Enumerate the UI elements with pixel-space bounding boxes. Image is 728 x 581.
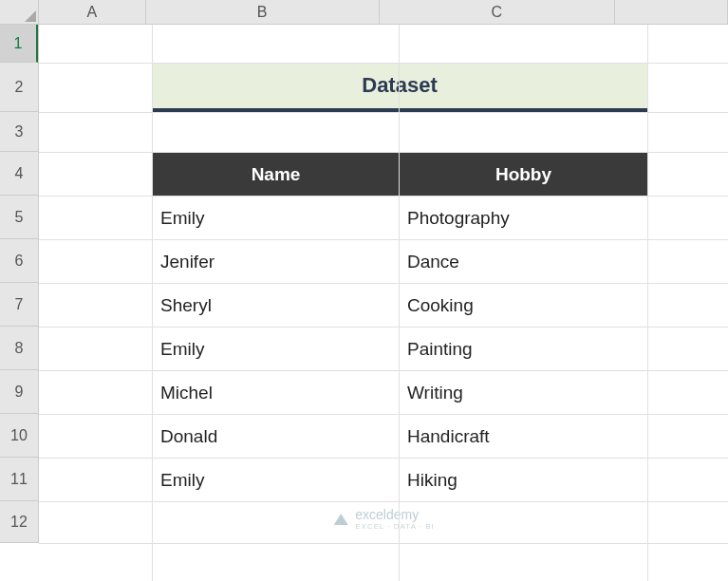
gridline-col <box>647 25 648 581</box>
gridline-row <box>39 196 728 197</box>
table-header-row: Name Hobby <box>153 153 648 197</box>
cell-name[interactable]: Donald <box>153 415 400 459</box>
cell-name[interactable]: Emily <box>153 197 400 240</box>
cell-name[interactable]: Michel <box>153 371 400 415</box>
row-header-2[interactable]: 2 <box>0 63 38 112</box>
gridline-row <box>39 370 728 371</box>
watermark-brand: exceldemy <box>355 507 419 522</box>
dataset-title: Dataset <box>152 63 647 112</box>
gridline-row <box>39 327 728 328</box>
gridline-row <box>39 543 728 544</box>
gridline-row <box>39 239 728 240</box>
cell-hobby[interactable]: Dance <box>400 240 648 284</box>
col-header-B[interactable]: B <box>146 0 380 24</box>
table-row: DonaldHandicraft <box>153 415 648 459</box>
gridline-col <box>152 25 153 581</box>
gridline-row <box>39 283 728 284</box>
table-row: EmilyPhotography <box>153 197 648 240</box>
watermark-icon <box>332 511 349 528</box>
cell-hobby[interactable]: Writing <box>400 371 648 415</box>
row-header-9[interactable]: 9 <box>0 370 38 414</box>
cell-hobby[interactable]: Painting <box>400 328 648 371</box>
row-header-3[interactable]: 3 <box>0 112 38 152</box>
cell-hobby[interactable]: Hiking <box>400 459 648 502</box>
gridline-col <box>399 25 400 581</box>
row-header-6[interactable]: 6 <box>0 239 38 283</box>
row-header-11[interactable]: 11 <box>0 458 38 501</box>
gridline-row <box>39 458 728 459</box>
watermark-tagline: EXCEL · DATA · BI <box>355 522 435 531</box>
table-row: SherylCooking <box>153 284 648 328</box>
row-header-8[interactable]: 8 <box>0 327 38 370</box>
col-hobby-header[interactable]: Hobby <box>400 153 648 197</box>
cell-name[interactable]: Emily <box>153 459 400 502</box>
row-header-4[interactable]: 4 <box>0 152 38 196</box>
row-header-12[interactable]: 12 <box>0 501 38 543</box>
cell-hobby[interactable]: Photography <box>400 197 648 240</box>
row-header-10[interactable]: 10 <box>0 414 38 458</box>
col-header-C[interactable]: C <box>380 0 615 24</box>
col-name-header[interactable]: Name <box>153 153 400 197</box>
row-headers: 123456789101112 <box>0 25 39 543</box>
table-row: JeniferDance <box>153 240 648 284</box>
col-hobby-label: Hobby <box>495 164 551 184</box>
cell-name[interactable]: Emily <box>153 328 400 371</box>
col-name-label: Name <box>252 164 301 184</box>
col-header-blank[interactable] <box>615 0 728 24</box>
row-header-1[interactable]: 1 <box>0 25 38 63</box>
gridline-row <box>39 152 728 153</box>
spreadsheet: ABC 123456789101112 Dataset Name Hobby E… <box>0 0 728 581</box>
cell-grid[interactable]: Dataset Name Hobby EmilyPhotographyJenif… <box>39 25 728 581</box>
watermark-text: exceldemy EXCEL · DATA · BI <box>355 507 435 531</box>
gridline-row <box>39 501 728 502</box>
table-row: MichelWriting <box>153 371 648 415</box>
gridline-row <box>39 414 728 415</box>
cell-name[interactable]: Jenifer <box>153 240 400 284</box>
row-header-5[interactable]: 5 <box>0 196 38 239</box>
col-header-A[interactable]: A <box>39 0 146 24</box>
gridline-row <box>39 63 728 64</box>
watermark: exceldemy EXCEL · DATA · BI <box>332 507 435 531</box>
cell-hobby[interactable]: Cooking <box>400 284 648 328</box>
cell-hobby[interactable]: Handicraft <box>400 415 648 459</box>
select-all-icon <box>25 10 36 22</box>
cell-name[interactable]: Sheryl <box>153 284 400 328</box>
table-row: EmilyHiking <box>153 459 648 502</box>
table-row: EmilyPainting <box>153 328 648 371</box>
gridline-row <box>39 112 728 113</box>
column-headers: ABC <box>39 0 728 25</box>
select-all-corner[interactable] <box>0 0 39 25</box>
row-header-7[interactable]: 7 <box>0 283 38 327</box>
